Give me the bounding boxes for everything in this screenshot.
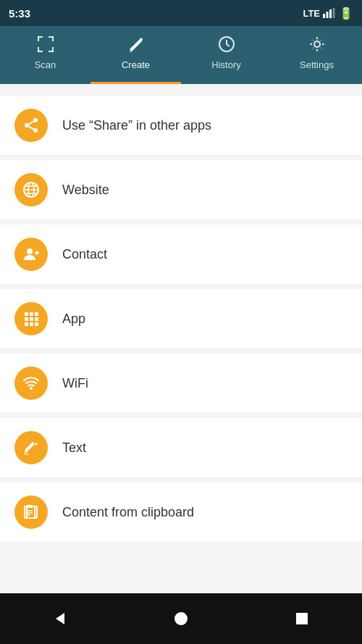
text-label: Text (62, 440, 86, 456)
svg-rect-31 (25, 317, 28, 321)
contact-icon-circle (14, 238, 48, 271)
back-button[interactable] (42, 601, 78, 637)
svg-rect-34 (25, 322, 28, 326)
svg-rect-3 (333, 8, 335, 18)
list-item-website[interactable]: Website (0, 160, 362, 220)
svg-rect-7 (52, 36, 54, 41)
list-item-clipboard[interactable]: Content from clipboard (0, 482, 362, 543)
website-icon-circle (14, 173, 48, 206)
share-label: Use “Share” in other apps (62, 118, 211, 133)
person-add-icon (22, 246, 40, 263)
clipboard-label: Content from clipboard (62, 505, 194, 520)
grid-icon (22, 310, 40, 327)
text-icon-circle (14, 431, 48, 464)
svg-rect-1 (327, 12, 329, 18)
svg-rect-47 (296, 613, 308, 624)
list-item-app[interactable]: App (0, 289, 362, 349)
svg-point-46 (174, 612, 188, 625)
app-icon-circle (14, 302, 48, 335)
svg-rect-29 (30, 312, 33, 316)
wifi-icon (22, 375, 40, 392)
list-item-text[interactable]: Text (0, 418, 362, 478)
svg-rect-0 (323, 14, 325, 18)
svg-rect-9 (38, 47, 39, 52)
create-label: Create (122, 59, 150, 70)
signal-icon (323, 8, 336, 18)
nav-item-settings[interactable]: Settings (272, 26, 362, 84)
list-item-wifi[interactable]: WiFi (0, 354, 362, 414)
nav-item-history[interactable]: History (181, 26, 272, 84)
svg-point-37 (30, 387, 33, 390)
wifi-icon-circle (14, 367, 48, 400)
svg-rect-36 (35, 322, 38, 326)
home-icon (174, 611, 188, 626)
top-navigation: Scan Create History (0, 26, 362, 84)
svg-rect-2 (329, 9, 332, 18)
back-icon (53, 611, 67, 626)
svg-rect-32 (30, 317, 33, 321)
pencil-icon (22, 439, 40, 456)
contact-label: Contact (62, 247, 107, 262)
settings-icon (308, 35, 327, 57)
status-icons: LTE 🔋 (303, 7, 353, 20)
create-icon (127, 35, 146, 57)
svg-line-19 (29, 126, 34, 129)
globe-icon (22, 181, 40, 198)
history-icon (217, 35, 236, 57)
svg-line-18 (29, 121, 34, 124)
settings-label: Settings (300, 59, 334, 70)
clipboard-icon (22, 503, 40, 521)
share-icon (22, 117, 40, 134)
svg-rect-41 (27, 505, 33, 508)
clipboard-icon-circle (14, 495, 48, 529)
list-item-share[interactable]: Use “Share” in other apps (0, 96, 362, 156)
svg-rect-5 (38, 36, 39, 41)
svg-point-14 (314, 41, 320, 47)
website-label: Website (62, 183, 109, 198)
nav-item-scan[interactable]: Scan (0, 26, 90, 84)
share-icon-circle (14, 109, 48, 142)
recent-button[interactable] (284, 601, 320, 637)
scan-icon (36, 35, 55, 57)
battery-icon: 🔋 (339, 7, 353, 20)
list-item-contact[interactable]: Contact (0, 225, 362, 285)
wifi-label: WiFi (62, 376, 88, 391)
svg-point-25 (27, 248, 33, 254)
home-button[interactable] (163, 601, 199, 637)
svg-rect-35 (30, 322, 33, 326)
status-time: 5:33 (9, 7, 30, 20)
history-label: History (211, 59, 240, 70)
svg-rect-11 (52, 47, 54, 52)
svg-rect-28 (25, 312, 28, 316)
svg-marker-45 (56, 613, 64, 624)
bottom-navigation (0, 593, 362, 644)
app-label: App (62, 311, 85, 327)
recent-icon (295, 612, 308, 625)
scan-label: Scan (35, 59, 56, 70)
nav-item-create[interactable]: Create (90, 26, 181, 84)
main-content: Use “Share” in other apps Website Contac… (0, 84, 362, 593)
status-bar: 5:33 LTE 🔋 (0, 0, 362, 26)
lte-label: LTE (303, 8, 320, 19)
svg-rect-30 (35, 312, 38, 316)
svg-rect-33 (35, 317, 38, 321)
